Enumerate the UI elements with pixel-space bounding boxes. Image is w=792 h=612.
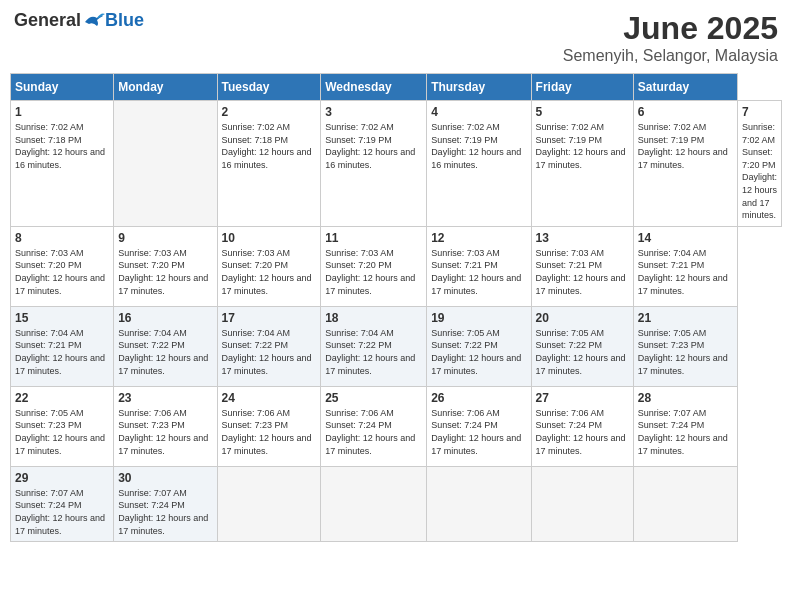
- header-thursday: Thursday: [427, 74, 531, 101]
- header-monday: Monday: [114, 74, 217, 101]
- table-row: 3 Sunrise: 7:02 AMSunset: 7:19 PMDayligh…: [321, 101, 427, 227]
- day-number: 6: [638, 105, 733, 119]
- day-info: Sunrise: 7:04 AMSunset: 7:22 PMDaylight:…: [222, 327, 317, 377]
- week-row-0: 1 Sunrise: 7:02 AMSunset: 7:18 PMDayligh…: [11, 101, 782, 227]
- day-info: Sunrise: 7:02 AMSunset: 7:18 PMDaylight:…: [15, 121, 109, 171]
- logo-general-text: General: [14, 10, 81, 31]
- table-row: 20 Sunrise: 7:05 AMSunset: 7:22 PMDaylig…: [531, 306, 633, 386]
- day-info: Sunrise: 7:03 AMSunset: 7:20 PMDaylight:…: [15, 247, 109, 297]
- day-info: Sunrise: 7:06 AMSunset: 7:23 PMDaylight:…: [118, 407, 212, 457]
- day-number: 11: [325, 231, 422, 245]
- day-info: Sunrise: 7:05 AMSunset: 7:23 PMDaylight:…: [15, 407, 109, 457]
- day-info: Sunrise: 7:02 AMSunset: 7:19 PMDaylight:…: [536, 121, 629, 171]
- day-number: 26: [431, 391, 526, 405]
- day-number: 22: [15, 391, 109, 405]
- table-row: 13 Sunrise: 7:03 AMSunset: 7:21 PMDaylig…: [531, 226, 633, 306]
- day-number: 3: [325, 105, 422, 119]
- header-saturday: Saturday: [633, 74, 737, 101]
- day-info: Sunrise: 7:03 AMSunset: 7:21 PMDaylight:…: [536, 247, 629, 297]
- day-number: 13: [536, 231, 629, 245]
- day-info: Sunrise: 7:04 AMSunset: 7:22 PMDaylight:…: [325, 327, 422, 377]
- day-number: 5: [536, 105, 629, 119]
- table-row: 7 Sunrise: 7:02 AMSunset: 7:20 PMDayligh…: [737, 101, 781, 227]
- table-row: 6 Sunrise: 7:02 AMSunset: 7:19 PMDayligh…: [633, 101, 737, 227]
- header-sunday: Sunday: [11, 74, 114, 101]
- day-number: 17: [222, 311, 317, 325]
- week-row-3: 22 Sunrise: 7:05 AMSunset: 7:23 PMDaylig…: [11, 386, 782, 466]
- table-row: 9 Sunrise: 7:03 AMSunset: 7:20 PMDayligh…: [114, 226, 217, 306]
- table-row: 26 Sunrise: 7:06 AMSunset: 7:24 PMDaylig…: [427, 386, 531, 466]
- table-row: 24 Sunrise: 7:06 AMSunset: 7:23 PMDaylig…: [217, 386, 321, 466]
- day-info: Sunrise: 7:07 AMSunset: 7:24 PMDaylight:…: [638, 407, 733, 457]
- day-info: Sunrise: 7:02 AMSunset: 7:19 PMDaylight:…: [431, 121, 526, 171]
- table-row: 5 Sunrise: 7:02 AMSunset: 7:19 PMDayligh…: [531, 101, 633, 227]
- week-row-2: 15 Sunrise: 7:04 AMSunset: 7:21 PMDaylig…: [11, 306, 782, 386]
- logo-bird-icon: [83, 12, 105, 30]
- weekday-header-row: Sunday Monday Tuesday Wednesday Thursday…: [11, 74, 782, 101]
- day-number: 27: [536, 391, 629, 405]
- day-number: 4: [431, 105, 526, 119]
- day-number: 25: [325, 391, 422, 405]
- page-header: General Blue June 2025 Semenyih, Selango…: [10, 10, 782, 65]
- month-title: June 2025: [563, 10, 778, 47]
- table-row: 19 Sunrise: 7:05 AMSunset: 7:22 PMDaylig…: [427, 306, 531, 386]
- logo: General Blue: [14, 10, 144, 31]
- table-row: [427, 466, 531, 541]
- table-row: [531, 466, 633, 541]
- location-title: Semenyih, Selangor, Malaysia: [563, 47, 778, 65]
- day-info: Sunrise: 7:05 AMSunset: 7:22 PMDaylight:…: [536, 327, 629, 377]
- table-row: 29 Sunrise: 7:07 AMSunset: 7:24 PMDaylig…: [11, 466, 114, 541]
- table-row: [114, 101, 217, 227]
- day-info: Sunrise: 7:03 AMSunset: 7:20 PMDaylight:…: [325, 247, 422, 297]
- table-row: 23 Sunrise: 7:06 AMSunset: 7:23 PMDaylig…: [114, 386, 217, 466]
- day-number: 30: [118, 471, 212, 485]
- table-row: 1 Sunrise: 7:02 AMSunset: 7:18 PMDayligh…: [11, 101, 114, 227]
- day-info: Sunrise: 7:04 AMSunset: 7:21 PMDaylight:…: [638, 247, 733, 297]
- day-info: Sunrise: 7:03 AMSunset: 7:20 PMDaylight:…: [222, 247, 317, 297]
- table-row: [321, 466, 427, 541]
- day-number: 9: [118, 231, 212, 245]
- table-row: 2 Sunrise: 7:02 AMSunset: 7:18 PMDayligh…: [217, 101, 321, 227]
- week-row-1: 8 Sunrise: 7:03 AMSunset: 7:20 PMDayligh…: [11, 226, 782, 306]
- table-row: 22 Sunrise: 7:05 AMSunset: 7:23 PMDaylig…: [11, 386, 114, 466]
- day-number: 21: [638, 311, 733, 325]
- table-row: 17 Sunrise: 7:04 AMSunset: 7:22 PMDaylig…: [217, 306, 321, 386]
- day-info: Sunrise: 7:05 AMSunset: 7:22 PMDaylight:…: [431, 327, 526, 377]
- calendar-table: Sunday Monday Tuesday Wednesday Thursday…: [10, 73, 782, 542]
- table-row: 11 Sunrise: 7:03 AMSunset: 7:20 PMDaylig…: [321, 226, 427, 306]
- day-info: Sunrise: 7:03 AMSunset: 7:20 PMDaylight:…: [118, 247, 212, 297]
- day-info: Sunrise: 7:02 AMSunset: 7:19 PMDaylight:…: [325, 121, 422, 171]
- day-info: Sunrise: 7:02 AMSunset: 7:19 PMDaylight:…: [638, 121, 733, 171]
- day-number: 16: [118, 311, 212, 325]
- day-number: 29: [15, 471, 109, 485]
- table-row: 18 Sunrise: 7:04 AMSunset: 7:22 PMDaylig…: [321, 306, 427, 386]
- day-number: 8: [15, 231, 109, 245]
- table-row: 21 Sunrise: 7:05 AMSunset: 7:23 PMDaylig…: [633, 306, 737, 386]
- day-number: 28: [638, 391, 733, 405]
- logo-blue-text: Blue: [105, 10, 144, 31]
- title-area: June 2025 Semenyih, Selangor, Malaysia: [563, 10, 778, 65]
- table-row: 10 Sunrise: 7:03 AMSunset: 7:20 PMDaylig…: [217, 226, 321, 306]
- day-info: Sunrise: 7:07 AMSunset: 7:24 PMDaylight:…: [118, 487, 212, 537]
- table-row: [633, 466, 737, 541]
- day-info: Sunrise: 7:02 AMSunset: 7:20 PMDaylight:…: [742, 121, 777, 222]
- table-row: 8 Sunrise: 7:03 AMSunset: 7:20 PMDayligh…: [11, 226, 114, 306]
- table-row: [217, 466, 321, 541]
- table-row: 12 Sunrise: 7:03 AMSunset: 7:21 PMDaylig…: [427, 226, 531, 306]
- day-info: Sunrise: 7:07 AMSunset: 7:24 PMDaylight:…: [15, 487, 109, 537]
- day-info: Sunrise: 7:04 AMSunset: 7:22 PMDaylight:…: [118, 327, 212, 377]
- table-row: 4 Sunrise: 7:02 AMSunset: 7:19 PMDayligh…: [427, 101, 531, 227]
- table-row: 16 Sunrise: 7:04 AMSunset: 7:22 PMDaylig…: [114, 306, 217, 386]
- day-number: 19: [431, 311, 526, 325]
- day-info: Sunrise: 7:06 AMSunset: 7:24 PMDaylight:…: [536, 407, 629, 457]
- day-info: Sunrise: 7:06 AMSunset: 7:23 PMDaylight:…: [222, 407, 317, 457]
- day-info: Sunrise: 7:04 AMSunset: 7:21 PMDaylight:…: [15, 327, 109, 377]
- header-tuesday: Tuesday: [217, 74, 321, 101]
- day-number: 10: [222, 231, 317, 245]
- table-row: 14 Sunrise: 7:04 AMSunset: 7:21 PMDaylig…: [633, 226, 737, 306]
- day-info: Sunrise: 7:05 AMSunset: 7:23 PMDaylight:…: [638, 327, 733, 377]
- header-friday: Friday: [531, 74, 633, 101]
- day-number: 12: [431, 231, 526, 245]
- table-row: 30 Sunrise: 7:07 AMSunset: 7:24 PMDaylig…: [114, 466, 217, 541]
- day-number: 14: [638, 231, 733, 245]
